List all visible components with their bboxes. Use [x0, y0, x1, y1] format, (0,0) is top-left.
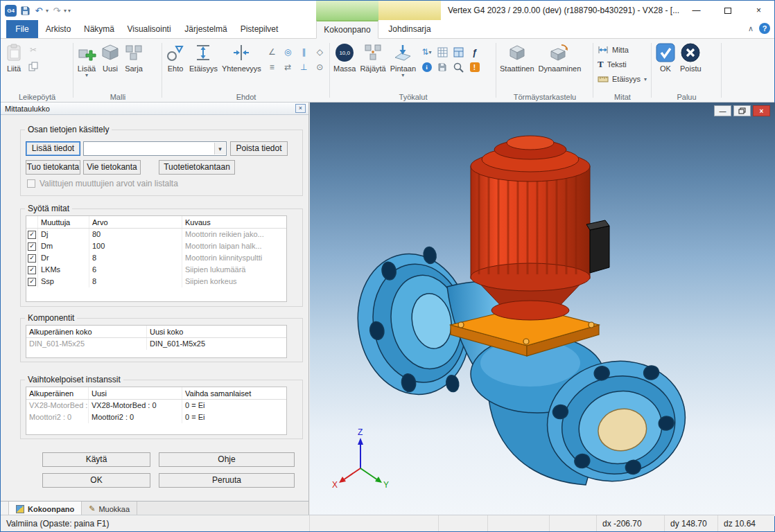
peruuta-button[interactable]: Peruuta [159, 473, 295, 488]
formula-icon[interactable]: ƒ [467, 45, 482, 59]
concentric-constraint-icon[interactable]: ◎ [281, 45, 295, 59]
sarja-button[interactable]: Sarja [122, 41, 146, 74]
tab-file[interactable]: File [6, 20, 38, 38]
angle-constraint-icon[interactable]: ∠ [265, 45, 279, 59]
dialog-titlebar[interactable]: Mittataulukko × [1, 103, 308, 115]
tab-kokoonpano[interactable]: Kokoonpano [316, 20, 378, 39]
static-check-icon [507, 42, 527, 63]
massa-button[interactable]: 10,0 Massa [331, 41, 358, 74]
viewport-3d[interactable]: Z X Y — × [310, 103, 775, 516]
checkbox-icon[interactable]: ✓ [28, 254, 36, 263]
undo-dropdown[interactable]: ▾ [46, 8, 49, 14]
tiedot-combobox[interactable]: ▾ [83, 141, 227, 156]
panel-tab-kokoonpano[interactable]: Kokoonpano [9, 502, 82, 516]
tuotetietokantaan-button[interactable]: Tuotetietokantaan [159, 160, 235, 175]
tab-visualisointi[interactable]: Visualisointi [120, 20, 178, 38]
dynaaminen-button[interactable]: Dynaaminen [537, 41, 584, 74]
yhtenevyys-button[interactable]: Yhtenevyys [220, 41, 263, 74]
checkbox-icon[interactable]: ✓ [28, 266, 36, 274]
table-row[interactable]: ✓ Ssp 8 Siipien korkeus [26, 276, 286, 287]
rajayta-button[interactable]: Räjäytä [358, 41, 388, 74]
tangent-constraint-icon[interactable]: ◇ [313, 45, 327, 59]
tab-arkisto[interactable]: Arkisto [38, 20, 78, 38]
checkbox-icon[interactable]: ✓ [28, 231, 36, 239]
table-row[interactable]: ✓ Dj 80 Moottorin reikien jako... [26, 229, 286, 240]
titlebar: G4 ↶ ▾ ↷ ▾ ▾ Vertex G4 2023 / 29.0.00 (d… [1, 1, 774, 20]
close-button[interactable]: × [743, 1, 774, 20]
info-icon[interactable]: i [419, 60, 434, 74]
lisaa-tiedot-button[interactable]: Lisää tiedot [26, 141, 80, 156]
renumber-icon[interactable]: ⇅▾ [419, 45, 434, 59]
help-button[interactable]: ? [759, 23, 770, 34]
checkbox-icon[interactable]: ✓ [28, 242, 36, 251]
table-row[interactable]: DIN_601-M5x25 DIN_601-M5x25 [26, 338, 286, 350]
komponentit-table: Alkuperäinen koko Uusi koko DIN_601-M5x2… [26, 325, 287, 358]
group-label: Ehdot [162, 93, 330, 101]
tab-jarjestelma[interactable]: Järjestelmä [178, 20, 234, 38]
panel-corner-button[interactable] [1, 502, 9, 516]
symmetry-constraint-icon[interactable]: ⇄ [281, 60, 295, 74]
ohje-button[interactable]: Ohje [159, 452, 295, 467]
minimize-button[interactable]: — [681, 1, 712, 20]
redo-dropdown[interactable]: ▾ [64, 8, 67, 14]
quick-access-toolbar: G4 ↶ ▾ ↷ ▾ ▾ [1, 3, 71, 17]
table-row[interactable]: ✓ Dr 8 Moottorin kiinnityspultti [26, 252, 286, 264]
staattinen-button[interactable]: Staattinen [498, 41, 537, 74]
coincident-constraint-icon[interactable]: ≡ [265, 60, 279, 74]
app-logo-icon[interactable]: G4 [5, 5, 17, 17]
collapse-ribbon-button[interactable]: ∧ [748, 24, 754, 33]
zoom-icon[interactable] [451, 60, 466, 74]
ehto-button[interactable]: Ehto [164, 41, 187, 74]
etaisyys-mitta-button[interactable]: Etäisyys ▾ [598, 73, 647, 85]
mitta-button[interactable]: Mitta [598, 44, 647, 56]
mdi-close-button[interactable]: × [753, 105, 770, 116]
vie-tietokanta-button[interactable]: Vie tietokanta [83, 160, 141, 175]
save-button[interactable] [19, 3, 31, 17]
etaisyys-ehto-button[interactable]: Etäisyys [187, 41, 220, 74]
table-row[interactable]: VX28-MotorBed : 0 VX28-MotorBed : 0 0 = … [26, 400, 286, 411]
tab-nakyma[interactable]: Näkymä [78, 20, 120, 38]
perpendicular-constraint-icon[interactable]: ⊥ [297, 60, 311, 74]
tab-johdinsarja[interactable]: Johdinsarja [378, 20, 441, 38]
teksti-button[interactable]: T Teksti [598, 58, 647, 71]
cut-button[interactable]: ✂ [27, 44, 40, 56]
qat-customize-dropdown[interactable]: ▾ [68, 8, 71, 14]
table-header-row: Alkuperäinen Uusi Vaihda samanlaiset [26, 387, 286, 400]
tuo-tietokanta-button[interactable]: Tuo tietokanta [26, 160, 80, 175]
poista-tiedot-button[interactable]: Poista tiedot [230, 141, 288, 156]
mdi-window-controls: — × [714, 105, 770, 116]
ok-button[interactable]: OK [653, 41, 678, 74]
table-icon[interactable] [435, 45, 450, 59]
parallel-constraint-icon[interactable]: ∥ [297, 45, 311, 59]
vain-listalta-checkbox[interactable]: Valittujen muuttujien arvot vain listalt… [27, 179, 178, 188]
mdi-minimize-button[interactable]: — [714, 105, 731, 116]
checkbox-icon[interactable]: ✓ [28, 278, 36, 286]
mdi-restore-button[interactable] [733, 105, 751, 116]
table-row[interactable]: ✓ Dm 100 Moottorin laipan halk... [26, 240, 286, 252]
kayta-button[interactable]: Käytä [42, 452, 150, 467]
ok-dialog-button[interactable]: OK [42, 473, 150, 488]
pintaan-button[interactable]: Pintaan ▾ [388, 41, 418, 79]
groupbox-title: Vaihtokelpoiset instanssit [25, 375, 123, 384]
undo-button[interactable]: ↶ [33, 3, 44, 17]
uusi-button[interactable]: Uusi [98, 41, 122, 74]
save-view-icon[interactable] [435, 60, 450, 74]
redo-button[interactable]: ↷ [51, 3, 62, 17]
lisaa-button[interactable]: Lisää ▾ [75, 41, 98, 79]
warning-icon[interactable]: ! [467, 60, 482, 74]
tab-pistepilvet[interactable]: Pistepilvet [234, 20, 285, 38]
table-row[interactable]: Moottori2 : 0 Moottori2 : 0 0 = Ei [26, 411, 286, 423]
status-segment [439, 515, 488, 531]
maximize-button[interactable] [712, 1, 743, 20]
panel-tab-muokkaa[interactable]: ✎ Muokkaa [82, 502, 137, 516]
copy-button[interactable] [27, 60, 40, 73]
fix-constraint-icon[interactable]: ⊙ [313, 60, 327, 74]
table-row[interactable]: ✓ LKMs 6 Siipien lukumäärä [26, 264, 286, 276]
chevron-down-icon[interactable]: ▾ [214, 143, 225, 154]
copy-icon [28, 62, 38, 71]
motor [471, 136, 609, 320]
poistu-button[interactable]: Poistu [678, 41, 704, 74]
liita-button[interactable]: Liitä [2, 41, 26, 74]
views-panel-icon[interactable] [451, 45, 466, 59]
dialog-close-button[interactable]: × [295, 104, 306, 113]
